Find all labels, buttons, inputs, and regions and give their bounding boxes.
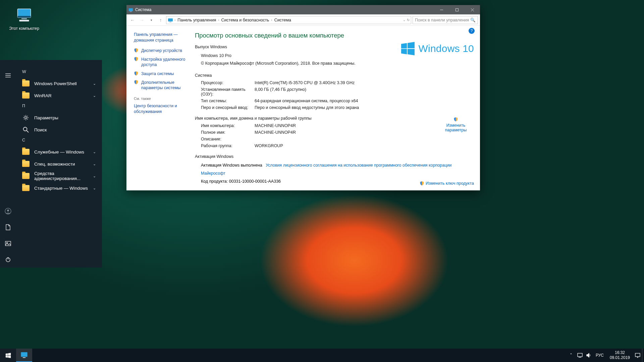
computer-icon (168, 17, 173, 23)
svg-rect-28 (635, 353, 640, 357)
svg-rect-26 (578, 353, 582, 357)
window-titlebar[interactable]: Система (126, 5, 480, 14)
start-button[interactable] (0, 349, 16, 362)
nav-security-center[interactable]: Центр безопасности и обслуживания (134, 103, 187, 115)
shield-icon (134, 57, 139, 61)
recent-button[interactable]: ▾ (147, 16, 155, 24)
computer-icon (15, 7, 33, 24)
ram-value: 8,00 ГБ (7,46 ГБ доступно) (255, 87, 473, 97)
folder-icon (22, 80, 30, 86)
chevron-down-icon: ⌄ (93, 94, 96, 98)
main-content-pane: ? Просмотр основных сведений о вашем ком… (195, 26, 480, 190)
page-title: Просмотр основных сведений о вашем компь… (195, 32, 473, 39)
close-button[interactable] (465, 5, 480, 14)
volume-icon[interactable] (584, 349, 593, 362)
svg-rect-2 (21, 18, 27, 19)
compname-value: MACHINE-UNNOP4R (255, 123, 473, 128)
search-placeholder: Поиск в панели управления (415, 18, 469, 22)
svg-rect-5 (130, 11, 131, 12)
systype-value: 64-разрядная операционная система, проце… (255, 99, 473, 103)
app-accessibility[interactable]: Спец. возможности⌄ (16, 158, 102, 170)
svg-point-22 (23, 127, 27, 131)
breadcrumb[interactable]: Система и безопасность (221, 18, 270, 22)
action-center-icon[interactable] (633, 349, 642, 362)
shield-icon (134, 71, 139, 76)
breadcrumb[interactable]: Панель управления (177, 18, 217, 22)
back-button[interactable]: ← (128, 16, 137, 24)
app-windows-powershell[interactable]: Windows PowerShell⌄ (16, 77, 102, 89)
nav-device-manager[interactable]: Диспетчер устройств (134, 48, 187, 53)
section-domain: Имя компьютера, имя домена и параметры р… (195, 116, 473, 121)
change-product-key-link[interactable]: Изменить ключ продукта (420, 181, 474, 186)
address-dropdown-icon[interactable]: ⌄ (403, 18, 406, 22)
chevron-down-icon: ⌄ (93, 186, 96, 190)
shield-icon (453, 117, 458, 122)
app-winrar[interactable]: WinRAR⌄ (16, 89, 102, 102)
workgroup-value: WORKGROUP (255, 143, 473, 148)
refresh-icon[interactable]: ↻ (407, 18, 410, 22)
start-apps-list[interactable]: W Windows PowerShell⌄ WinRAR⌄ П Параметр… (16, 60, 102, 267)
app-accessories[interactable]: Стандартные — Windows⌄ (16, 182, 102, 194)
show-desktop-button[interactable] (642, 349, 644, 362)
taskbar[interactable]: ˄ РУС 16:32 09.01.2019 (0, 349, 644, 362)
system-tray: ˄ РУС 16:32 09.01.2019 (567, 349, 644, 362)
tray-overflow-icon[interactable]: ˄ (567, 349, 576, 362)
help-icon[interactable]: ? (469, 28, 475, 34)
network-icon[interactable] (576, 349, 584, 362)
svg-rect-10 (168, 18, 173, 21)
nav-remote-settings[interactable]: Настройка удаленного доступа (134, 57, 187, 68)
letter-header[interactable]: W (16, 67, 102, 77)
forward-button[interactable]: → (138, 16, 146, 24)
up-button[interactable]: ↑ (157, 16, 165, 24)
power-button[interactable] (0, 251, 16, 267)
cpu-value: Intel(R) Core(TM) i5-3570 CPU @ 3.40GHz … (255, 80, 473, 85)
clock-time: 16:32 (610, 350, 630, 355)
expand-button[interactable] (0, 67, 16, 83)
cpu-label: Процессор: (201, 80, 251, 85)
search-input[interactable]: Поиск в панели управления 🔍 (413, 16, 478, 24)
maximize-button[interactable] (449, 5, 465, 14)
app-system-tools[interactable]: Служебные — Windows⌄ (16, 146, 102, 158)
nav-home-link[interactable]: Панель управления — домашняя страница (134, 32, 187, 43)
search-icon (22, 126, 30, 133)
svg-point-21 (25, 117, 27, 119)
desc-label: Описание: (201, 137, 251, 141)
documents-button[interactable] (0, 219, 16, 235)
computer-icon (20, 351, 28, 359)
taskbar-item-system[interactable] (16, 349, 32, 362)
app-admin-tools[interactable]: Средства администрирования...⌄ (16, 170, 102, 182)
pictures-button[interactable] (0, 235, 16, 251)
copyright: © Корпорация Майкрософт (Microsoft Corpo… (201, 60, 473, 67)
desktop-icon-this-pc[interactable]: Этот компьютер (7, 7, 41, 31)
windows-icon (400, 41, 415, 56)
user-account-button[interactable] (0, 203, 16, 219)
change-settings-link[interactable]: Изменить параметры (442, 117, 469, 132)
svg-rect-3 (19, 20, 29, 21)
nav-system-protection[interactable]: Защита системы (134, 71, 187, 76)
folder-icon (22, 93, 30, 99)
address-bar[interactable]: › Панель управления › Система и безопасн… (166, 16, 411, 24)
shield-icon (420, 181, 424, 186)
activation-status: Активация Windows выполнена (201, 163, 262, 168)
folder-icon (22, 149, 30, 155)
nav-advanced-settings[interactable]: Дополнительные параметры системы (134, 80, 187, 91)
folder-icon (22, 185, 30, 191)
svg-rect-24 (21, 352, 27, 357)
app-settings[interactable]: Параметры (16, 112, 102, 124)
product-id-value: 00331-10000-00001-AA336 (229, 179, 281, 184)
pen-value: Перо и сенсорный ввод недоступны для это… (255, 105, 473, 110)
minimize-button[interactable] (434, 5, 449, 14)
letter-header[interactable]: С (16, 136, 102, 146)
breadcrumb[interactable]: Система (274, 18, 292, 22)
svg-point-16 (7, 209, 9, 212)
language-indicator[interactable]: РУС (593, 353, 606, 358)
taskbar-clock[interactable]: 16:32 09.01.2019 (606, 350, 633, 360)
product-id-label: Код продукта: (201, 179, 229, 184)
pen-label: Перо и сенсорный ввод: (201, 105, 251, 110)
svg-line-23 (27, 131, 29, 133)
see-also-heading: См. также (134, 97, 187, 101)
app-search[interactable]: Поиск (16, 124, 102, 136)
letter-header[interactable]: П (16, 102, 102, 112)
window-title: Система (135, 7, 151, 12)
clock-date: 09.01.2019 (610, 355, 630, 360)
